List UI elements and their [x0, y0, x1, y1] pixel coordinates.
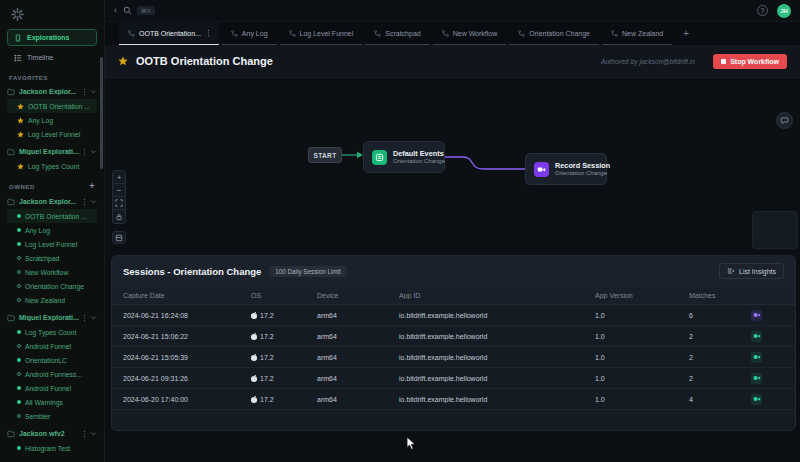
os-cell: 17.2 [251, 354, 317, 361]
owned-item[interactable]: Android Funnel [7, 339, 97, 353]
tab-scratchpad[interactable]: Scratchpad [365, 22, 429, 45]
owned-item[interactable]: New Workflow [7, 265, 97, 279]
owned-item[interactable]: Orientation Change [7, 279, 97, 293]
canvas-minimap[interactable] [752, 211, 798, 249]
table-row[interactable]: 2024-06-21 09:31:26 17.2 arm64 io.bitdri… [112, 368, 795, 389]
owned-item-label: Android Funnel [25, 385, 71, 392]
workflow-canvas[interactable]: + − START Default Events [105, 78, 800, 255]
owned-item-label: Log Types Count [25, 329, 76, 336]
owned-item[interactable]: Any Log [7, 223, 97, 237]
list-insights-button[interactable]: List Insights [719, 263, 784, 279]
folder-icon [7, 148, 15, 156]
new-tab-button[interactable]: + [675, 28, 697, 39]
actions-cell [751, 394, 784, 405]
session-replay-button[interactable] [751, 373, 762, 384]
feedback-chat-button[interactable] [776, 112, 793, 129]
chevron-down-icon[interactable] [90, 88, 97, 95]
favorite-item[interactable]: Log Types Count [7, 159, 97, 173]
owned-item[interactable]: Log Types Count [7, 325, 97, 339]
favorite-item[interactable]: OOTB Orientation ... [7, 99, 97, 113]
tab-kebab-icon[interactable] [207, 29, 210, 37]
session-replay-button[interactable] [751, 352, 762, 363]
session-replay-button[interactable] [751, 331, 762, 342]
lock-icon [115, 213, 123, 221]
kebab-menu-icon[interactable] [83, 198, 86, 206]
bitdrift-logo-icon [10, 7, 25, 22]
sidebar-item-explorations[interactable]: Explorations [7, 29, 97, 46]
folder-miguel-explorations-owned[interactable]: Miguel Explorati... [7, 310, 97, 325]
status-dot [17, 414, 21, 418]
favorite-star-icon[interactable] [118, 56, 128, 66]
workflow-icon [231, 30, 238, 37]
owned-item[interactable]: Sembler [7, 409, 97, 423]
kebab-menu-icon[interactable] [83, 430, 86, 438]
add-exploration-button[interactable]: + [89, 182, 95, 191]
actions-cell [751, 331, 784, 342]
fit-view-button[interactable] [113, 197, 125, 210]
kebab-menu-icon[interactable] [83, 148, 86, 156]
folder-jackson-wfv2[interactable]: Jackson wfv2 [7, 426, 97, 441]
workflow-icon [611, 30, 618, 37]
table-row[interactable]: 2024-06-20 17:40:00 17.2 arm64 io.bitdri… [112, 389, 795, 410]
status-dot [17, 242, 21, 246]
zoom-in-button[interactable]: + [113, 171, 125, 184]
lock-button[interactable] [113, 210, 125, 223]
owned-item-label: Orientation Change [25, 283, 84, 290]
page-title: OOTB Orientation Change [136, 55, 273, 67]
tab-label: New Zealand [622, 30, 663, 37]
tab-label: New Workflow [453, 30, 498, 37]
tab-new-zealand[interactable]: New Zealand [602, 22, 672, 45]
owned-item-label: Log Level Funnel [25, 241, 77, 248]
owned-item[interactable]: Android Funness... [7, 367, 97, 381]
avatar[interactable]: JH [777, 4, 791, 18]
owned-item[interactable]: New Zealand [7, 293, 97, 307]
tab-new-workflow[interactable]: New Workflow [433, 22, 507, 45]
tab-any-log[interactable]: Any Log [222, 22, 277, 45]
canvas-extra-control-button[interactable] [112, 231, 126, 244]
collapse-sidebar-icon[interactable]: ‹ [114, 6, 117, 15]
chevron-down-icon[interactable] [90, 198, 97, 205]
sidebar-scrollbar[interactable] [100, 57, 103, 169]
stop-workflow-button[interactable]: Stop Workflow [713, 54, 787, 69]
tab-log-level-funnel[interactable]: Log Level Funnel [280, 22, 363, 45]
start-node[interactable]: START [308, 147, 342, 163]
search-button[interactable]: ⌘K [123, 6, 155, 15]
owned-item[interactable]: OOTB Orientation ... [7, 209, 97, 223]
app-window: Explorations Timeline FAVORITES Jackson … [0, 0, 800, 462]
chevron-down-icon[interactable] [90, 430, 97, 437]
owned-item[interactable]: Histogram Test [7, 441, 97, 455]
node-default-events[interactable]: Default Events Orientation Change [363, 141, 445, 173]
zoom-out-button[interactable]: − [113, 184, 125, 197]
tab-orientation-change[interactable]: Orientation Change [509, 22, 599, 45]
session-replay-button[interactable] [751, 310, 762, 321]
owned-item[interactable]: Scratchpad [7, 251, 97, 265]
table-row[interactable]: 2024-06-21 16:24:08 17.2 arm64 io.bitdri… [112, 305, 795, 326]
main-area: ‹ ⌘K ? JH OOTB Orientation... Any Log [105, 0, 800, 462]
device-cell: arm64 [317, 312, 399, 319]
owned-item[interactable]: All Warnings [7, 395, 97, 409]
tab-ootb-orientation[interactable]: OOTB Orientation... [119, 22, 219, 45]
favorite-item[interactable]: Log Level Funnel [7, 127, 97, 141]
folder-jackson-explorations-owned[interactable]: Jackson Explor... [7, 194, 97, 209]
sidebar-item-timeline[interactable]: Timeline [7, 49, 97, 66]
table-row[interactable]: 2024-06-21 15:05:39 17.2 arm64 io.bitdri… [112, 347, 795, 368]
folder-jackson-explorations[interactable]: Jackson Explor... [7, 84, 97, 99]
owned-item[interactable]: Log Level Funnel [7, 237, 97, 251]
chevron-down-icon[interactable] [90, 148, 97, 155]
chevron-down-icon[interactable] [90, 314, 97, 321]
node-record-session[interactable]: Record Session Orientation Change [525, 153, 607, 185]
events-node-icon [372, 150, 387, 165]
actions-cell [751, 373, 784, 384]
table-row[interactable]: 2024-06-21 15:06:22 17.2 arm64 io.bitdri… [112, 326, 795, 347]
help-button[interactable]: ? [757, 5, 768, 16]
session-replay-button[interactable] [751, 394, 762, 405]
owned-item[interactable]: OrientationLC [7, 353, 97, 367]
owned-item[interactable]: Android Funnel [7, 381, 97, 395]
column-header: Matches [689, 292, 751, 299]
kebab-menu-icon[interactable] [83, 314, 86, 322]
folder-miguel-explorations[interactable]: Miguel Explorati... [7, 144, 97, 159]
kebab-menu-icon[interactable] [83, 88, 86, 96]
favorite-item[interactable]: Any Log [7, 113, 97, 127]
tab-bar: OOTB Orientation... Any Log Log Level Fu… [105, 22, 800, 45]
os-cell: 17.2 [251, 375, 317, 382]
